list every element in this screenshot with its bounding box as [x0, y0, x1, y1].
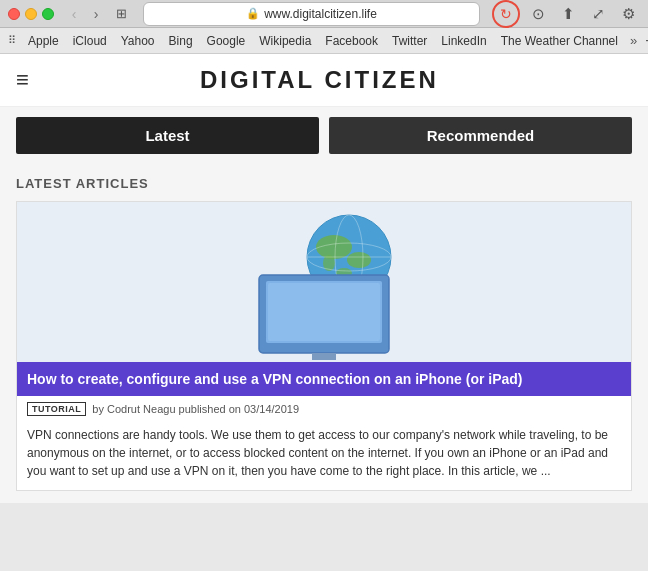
site-tabs: Latest Recommended [0, 107, 648, 164]
article-card[interactable]: How to create, configure and use a VPN c… [16, 201, 632, 491]
history-button[interactable]: ⊙ [526, 2, 550, 26]
bookmark-facebook[interactable]: Facebook [319, 32, 384, 50]
svg-point-3 [347, 252, 371, 268]
bookmark-yahoo[interactable]: Yahoo [115, 32, 161, 50]
bookmarks-more-button[interactable]: » [626, 33, 641, 48]
settings-button[interactable]: ⚙ [616, 2, 640, 26]
svg-rect-11 [268, 283, 380, 341]
monitor-globe-illustration [224, 205, 424, 360]
forward-button[interactable]: › [86, 4, 106, 24]
svg-point-2 [316, 235, 352, 259]
section-title: LATEST ARTICLES [16, 176, 632, 191]
minimize-button[interactable] [25, 8, 37, 20]
bookmark-google[interactable]: Google [201, 32, 252, 50]
site-title: DIGITAL CITIZEN [29, 66, 610, 94]
maximize-button[interactable] [42, 8, 54, 20]
article-title[interactable]: How to create, configure and use a VPN c… [17, 362, 631, 396]
bookmark-linkedin[interactable]: LinkedIn [435, 32, 492, 50]
reload-area: ↻ [492, 0, 520, 28]
fullscreen-button[interactable]: ⤢ [586, 2, 610, 26]
bookmark-twitter[interactable]: Twitter [386, 32, 433, 50]
articles-section: LATEST ARTICLES [0, 164, 648, 503]
tutorial-badge: TUTORIAL [27, 402, 86, 416]
bookmark-icloud[interactable]: iCloud [67, 32, 113, 50]
reload-button[interactable]: ↻ [492, 0, 520, 28]
share-button[interactable]: ⬆ [556, 2, 580, 26]
reload-icon: ↻ [500, 6, 512, 22]
article-meta-text: by Codrut Neagu published on 03/14/2019 [92, 403, 299, 415]
article-image [17, 202, 631, 362]
lock-icon: 🔒 [246, 7, 260, 20]
title-bar: ‹ › ⊞ 🔒 www.digitalcitizen.life ↻ ⊙ ⬆ ⤢ … [0, 0, 648, 28]
grid-icon: ⠿ [8, 34, 16, 47]
tab-latest[interactable]: Latest [16, 117, 319, 154]
article-excerpt: VPN connections are handy tools. We use … [17, 422, 631, 490]
bookmark-weather[interactable]: The Weather Channel [495, 32, 624, 50]
bookmark-wikipedia[interactable]: Wikipedia [253, 32, 317, 50]
url-text: www.digitalcitizen.life [264, 7, 377, 21]
toolbar-icons: ⊙ ⬆ ⤢ ⚙ [526, 2, 640, 26]
hamburger-menu[interactable]: ≡ [16, 67, 29, 93]
article-meta: TUTORIAL by Codrut Neagu published on 03… [17, 396, 631, 422]
bookmark-add-button[interactable]: + [643, 32, 648, 50]
back-button[interactable]: ‹ [64, 4, 84, 24]
traffic-lights [8, 8, 54, 20]
nav-arrows: ‹ › [64, 4, 106, 24]
address-bar: 🔒 www.digitalcitizen.life [143, 2, 480, 26]
close-button[interactable] [8, 8, 20, 20]
tab-overview-button[interactable]: ⊞ [112, 4, 131, 23]
bookmarks-bar: ⠿ Apple iCloud Yahoo Bing Google Wikiped… [0, 28, 648, 54]
bookmark-bing[interactable]: Bing [163, 32, 199, 50]
bookmark-apple[interactable]: Apple [22, 32, 65, 50]
svg-rect-12 [312, 353, 336, 360]
browser-content: ≡ DIGITAL CITIZEN Latest Recommended LAT… [0, 54, 648, 503]
site-header: ≡ DIGITAL CITIZEN [0, 54, 648, 107]
tab-recommended[interactable]: Recommended [329, 117, 632, 154]
